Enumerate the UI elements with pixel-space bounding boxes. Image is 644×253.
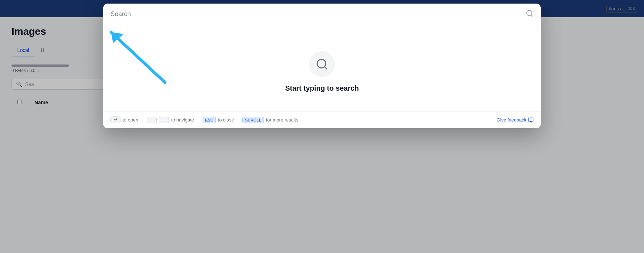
give-feedback-link[interactable]: Give feedback — [497, 117, 534, 123]
hint-navigate-label: to navigate — [171, 117, 194, 123]
modal-search-row[interactable] — [103, 4, 541, 25]
hint-close-label: to close — [218, 117, 234, 123]
modal-empty-icon-circle — [309, 51, 335, 77]
modal-prompt-text: Start typing to search — [285, 84, 359, 92]
give-feedback-label: Give feedback — [497, 117, 526, 123]
modal-body: Start typing to search — [103, 25, 541, 111]
svg-line-1 — [531, 15, 532, 16]
svg-line-3 — [325, 66, 327, 69]
search-modal: Start typing to search ↵ to open ↑ ↓ to … — [103, 4, 541, 128]
footer-hint-open: ↵ to open — [110, 116, 138, 123]
modal-footer: ↵ to open ↑ ↓ to navigate ESC to close S… — [103, 111, 541, 128]
hint-open-label: to open — [123, 117, 138, 123]
footer-hint-close: ESC to close — [203, 117, 234, 123]
footer-hint-scroll: SCROLL for more results — [242, 117, 298, 123]
kbd-esc: ESC — [203, 117, 216, 123]
kbd-up: ↑ — [147, 117, 157, 123]
kbd-scroll: SCROLL — [242, 117, 264, 123]
modal-search-icon — [526, 9, 534, 19]
svg-rect-4 — [528, 118, 533, 121]
kbd-down: ↓ — [159, 117, 169, 123]
modal-magnifier-icon — [316, 58, 328, 71]
kbd-enter: ↵ — [110, 116, 120, 123]
footer-hint-navigate: ↑ ↓ to navigate — [147, 117, 194, 123]
modal-search-input[interactable] — [110, 10, 521, 18]
feedback-icon — [528, 117, 534, 123]
hint-scroll-label: for more results — [266, 117, 298, 123]
